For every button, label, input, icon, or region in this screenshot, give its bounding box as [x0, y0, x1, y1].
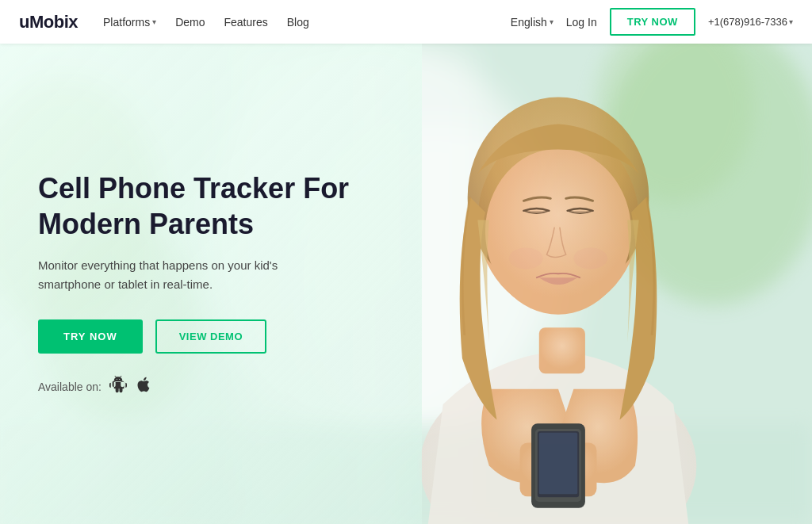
- login-link[interactable]: Log In: [566, 16, 597, 29]
- logo-mobix: Mobix: [29, 12, 78, 32]
- language-chevron-icon: ▾: [550, 17, 553, 26]
- hero-content: Cell Phone Tracker For Modern Parents Mo…: [0, 44, 812, 524]
- hero-try-now-button[interactable]: TRY NOW: [38, 319, 143, 354]
- hero-buttons: TRY NOW VIEW DEMO: [38, 319, 349, 354]
- hero-subtext: Monitor everything that happens on your …: [38, 256, 316, 294]
- hero-text-block: Cell Phone Tracker For Modern Parents Mo…: [0, 170, 349, 397]
- phone-link[interactable]: +1(678)916-7336 ▾: [708, 16, 793, 28]
- apple-icon: [135, 376, 152, 397]
- navbar: uMobix Platforms ▾ Demo Features Blog En…: [0, 0, 812, 44]
- logo[interactable]: uMobix: [19, 12, 78, 33]
- nav-links: Platforms ▾ Demo Features Blog: [103, 16, 511, 29]
- hero-view-demo-button[interactable]: VIEW DEMO: [155, 319, 266, 354]
- android-icon: [109, 376, 127, 397]
- hero-section: Cell Phone Tracker For Modern Parents Mo…: [0, 44, 812, 524]
- nav-platforms[interactable]: Platforms ▾: [103, 16, 156, 29]
- nav-blog[interactable]: Blog: [287, 16, 309, 29]
- available-on-label: Available on:: [38, 381, 102, 393]
- available-on: Available on:: [38, 376, 349, 397]
- phone-chevron-icon: ▾: [789, 17, 793, 26]
- try-now-nav-button[interactable]: TRY NOW: [610, 8, 695, 36]
- logo-u: u: [19, 12, 29, 32]
- platforms-chevron-icon: ▾: [152, 17, 156, 26]
- language-selector[interactable]: English ▾: [511, 16, 553, 29]
- hero-headline: Cell Phone Tracker For Modern Parents: [38, 170, 349, 242]
- nav-features[interactable]: Features: [224, 16, 268, 29]
- nav-demo[interactable]: Demo: [175, 16, 205, 29]
- nav-right: English ▾ Log In TRY NOW +1(678)916-7336…: [511, 8, 793, 36]
